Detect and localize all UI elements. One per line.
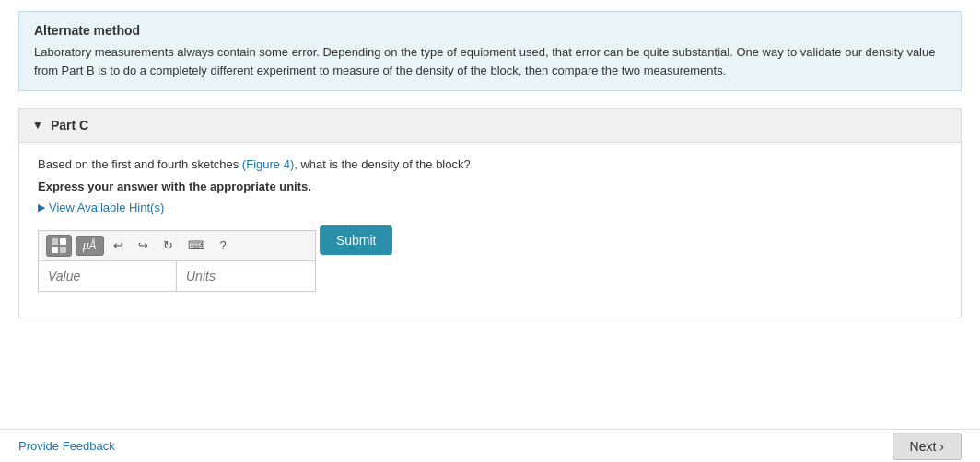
part-c-body: Based on the first and fourth sketches (… xyxy=(19,143,961,318)
grid-cell-4 xyxy=(60,247,66,253)
hint-label: View Available Hint(s) xyxy=(49,201,164,214)
grid-icon-button[interactable] xyxy=(46,235,72,257)
part-c-section: ▼ Part C Based on the first and fourth s… xyxy=(18,108,962,318)
grid-icon xyxy=(52,238,66,253)
part-c-title: Part C xyxy=(51,118,88,133)
grid-cell-1 xyxy=(52,238,58,245)
part-c-header[interactable]: ▼ Part C xyxy=(19,109,961,143)
help-icon: ? xyxy=(220,238,227,252)
help-button[interactable]: ? xyxy=(215,235,232,256)
input-toolbar: μÅ ↩ ↪ ↻ ⌨ ? xyxy=(39,231,315,261)
keyboard-icon: ⌨ xyxy=(188,238,205,252)
hint-expand-icon: ▶ xyxy=(38,202,45,214)
answer-input-widget: μÅ ↩ ↪ ↻ ⌨ ? xyxy=(38,230,316,292)
greek-letter-button[interactable]: μÅ xyxy=(76,236,104,256)
alternate-method-title: Alternate method xyxy=(34,23,946,38)
part-c-collapse-icon: ▼ xyxy=(32,119,43,132)
redo-button[interactable]: ↪ xyxy=(133,235,154,256)
next-chevron-icon: › xyxy=(939,439,944,454)
footer-bar: Provide Feedback Next › xyxy=(0,429,980,462)
submit-button[interactable]: Submit xyxy=(320,225,393,255)
reset-button[interactable]: ↻ xyxy=(158,235,179,256)
alternate-method-box: Alternate method Laboratory measurements… xyxy=(18,11,962,91)
provide-feedback-link[interactable]: Provide Feedback xyxy=(18,439,115,453)
next-button[interactable]: Next › xyxy=(892,433,962,460)
units-input[interactable] xyxy=(177,261,315,291)
question-text: Based on the first and fourth sketches (… xyxy=(38,156,942,174)
grid-cell-2 xyxy=(60,238,66,245)
input-fields xyxy=(39,261,315,291)
keyboard-button[interactable]: ⌨ xyxy=(182,235,211,256)
alternate-method-text: Laboratory measurements always contain s… xyxy=(34,43,946,79)
express-instruction: Express your answer with the appropriate… xyxy=(38,179,942,193)
question-suffix: , what is the density of the block? xyxy=(294,157,471,171)
question-prefix: Based on the first and fourth sketches xyxy=(38,157,242,171)
page-wrapper: Alternate method Laboratory measurements… xyxy=(0,0,980,462)
next-label: Next xyxy=(910,439,937,454)
grid-cell-3 xyxy=(52,247,58,253)
figure-link[interactable]: (Figure 4) xyxy=(242,157,294,171)
undo-button[interactable]: ↩ xyxy=(108,235,129,256)
hint-link[interactable]: ▶ View Available Hint(s) xyxy=(38,201,942,214)
value-input[interactable] xyxy=(39,261,177,291)
